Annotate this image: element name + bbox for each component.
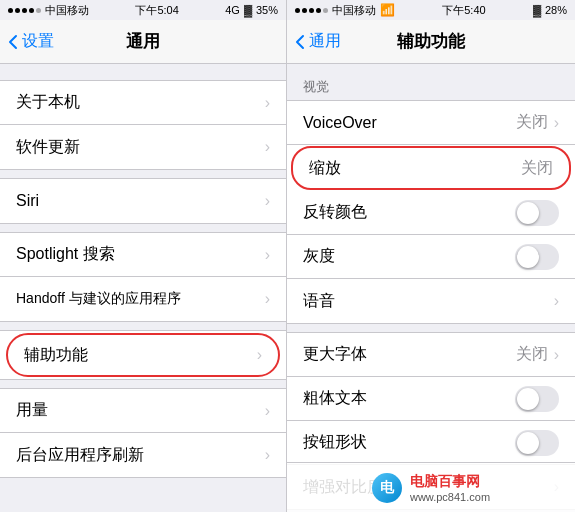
back-chevron-icon: [8, 34, 18, 50]
left-nav-bar: 设置 通用: [0, 20, 286, 64]
left-back-label: 设置: [22, 31, 54, 52]
software-chevron-icon: ›: [265, 138, 270, 156]
speech-right: ›: [554, 292, 559, 310]
logo-sub: www.pc841.com: [410, 491, 490, 503]
visual-header: 视觉: [287, 72, 575, 100]
right-group-visual: VoiceOver 关闭 › 缩放 关闭 反转颜色: [287, 100, 575, 324]
left-panel: 中国移动 下午5:04 4G ▓ 35% 设置 通用 www.pc841.com: [0, 0, 287, 512]
left-group-5: 用量 › 后台应用程序刷新 ›: [0, 388, 286, 478]
right-battery: 28%: [545, 4, 567, 16]
right-section-visual: 视觉 VoiceOver 关闭 › 缩放 关闭: [287, 72, 575, 324]
right-back-label: 通用: [309, 31, 341, 52]
list-item-siri[interactable]: Siri ›: [0, 179, 286, 223]
software-right: ›: [265, 138, 270, 156]
handoff-right: ›: [265, 290, 270, 308]
usage-chevron-icon: ›: [265, 402, 270, 420]
list-item-invert[interactable]: 反转颜色: [287, 191, 575, 235]
larger-text-label: 更大字体: [303, 344, 367, 365]
grayscale-toggle[interactable]: [515, 244, 559, 270]
list-item-zoom[interactable]: 缩放 关闭: [291, 146, 571, 190]
larger-text-chevron-icon: ›: [554, 346, 559, 364]
left-section-5: 用量 › 后台应用程序刷新 ›: [0, 388, 286, 478]
list-item-bold[interactable]: 粗体文本: [287, 377, 575, 421]
bold-toggle[interactable]: [515, 386, 559, 412]
left-back-button[interactable]: 设置: [8, 31, 54, 52]
right-status-right: ▓ 28%: [533, 4, 567, 16]
siri-label: Siri: [16, 192, 39, 210]
left-status-right: 4G ▓ 35%: [225, 4, 278, 16]
right-status-bar: 中国移动 📶 下午5:40 ▓ 28%: [287, 0, 575, 20]
list-item-about[interactable]: 关于本机 ›: [0, 81, 286, 125]
spotlight-label: Spotlight 搜索: [16, 244, 115, 265]
button-shapes-toggle[interactable]: [515, 430, 559, 456]
list-item-handoff[interactable]: Handoff 与建议的应用程序 ›: [0, 277, 286, 321]
usage-label: 用量: [16, 400, 48, 421]
right-back-chevron-icon: [295, 34, 305, 50]
list-item-spotlight[interactable]: Spotlight 搜索 ›: [0, 233, 286, 277]
left-group-4: 辅助功能 ›: [0, 330, 286, 380]
right-carrier: 中国移动: [332, 3, 376, 18]
right-time: 下午5:40: [442, 3, 485, 18]
list-item-background[interactable]: 后台应用程序刷新 ›: [0, 433, 286, 477]
left-group-2: Siri ›: [0, 178, 286, 224]
left-battery: 35%: [256, 4, 278, 16]
list-item-larger-text[interactable]: 更大字体 关闭 ›: [287, 333, 575, 377]
about-right: ›: [265, 94, 270, 112]
invert-toggle-thumb: [517, 202, 539, 224]
list-item-button-shapes[interactable]: 按钮形状: [287, 421, 575, 465]
left-battery-icon: ▓: [244, 4, 252, 16]
speech-label: 语音: [303, 291, 335, 312]
left-status-left: 中国移动: [8, 3, 89, 18]
voiceover-label: VoiceOver: [303, 114, 377, 132]
about-chevron-icon: ›: [265, 94, 270, 112]
voiceover-chevron-icon: ›: [554, 114, 559, 132]
siri-right: ›: [265, 192, 270, 210]
accessibility-right: ›: [257, 346, 262, 364]
right-signal-icon: [295, 8, 328, 13]
list-item-software[interactable]: 软件更新 ›: [0, 125, 286, 169]
button-shapes-toggle-thumb: [517, 432, 539, 454]
spotlight-right: ›: [265, 246, 270, 264]
invert-toggle[interactable]: [515, 200, 559, 226]
software-label: 软件更新: [16, 137, 80, 158]
list-item-accessibility[interactable]: 辅助功能 ›: [6, 333, 280, 377]
handoff-label: Handoff 与建议的应用程序: [16, 290, 181, 308]
button-shapes-label: 按钮形状: [303, 432, 367, 453]
larger-text-right: 关闭 ›: [516, 344, 559, 365]
left-group-3: Spotlight 搜索 › Handoff 与建议的应用程序 ›: [0, 232, 286, 322]
accessibility-chevron-icon: ›: [257, 346, 262, 364]
right-status-left: 中国移动 📶: [295, 3, 395, 18]
left-network: 4G: [225, 4, 240, 16]
siri-chevron-icon: ›: [265, 192, 270, 210]
right-nav-title: 辅助功能: [397, 30, 465, 53]
signal-icon: [8, 8, 41, 13]
main-container: 中国移动 下午5:04 4G ▓ 35% 设置 通用 www.pc841.com: [0, 0, 575, 512]
speech-chevron-icon: ›: [554, 292, 559, 310]
left-nav-title: 通用: [126, 30, 160, 53]
list-item-voiceover[interactable]: VoiceOver 关闭 ›: [287, 101, 575, 145]
zoom-value: 关闭: [521, 158, 553, 179]
bottom-logo: 电 电脑百事网 www.pc841.com: [287, 462, 575, 512]
bold-toggle-thumb: [517, 388, 539, 410]
right-back-button[interactable]: 通用: [295, 31, 341, 52]
accessibility-label: 辅助功能: [24, 345, 88, 366]
left-section-4: 辅助功能 ›: [0, 330, 286, 380]
about-label: 关于本机: [16, 92, 80, 113]
logo-main: 电脑百事网: [410, 473, 490, 491]
list-item-usage[interactable]: 用量 ›: [0, 389, 286, 433]
logo-icon: 电: [372, 473, 402, 503]
left-section-3: Spotlight 搜索 › Handoff 与建议的应用程序 ›: [0, 232, 286, 322]
zoom-label: 缩放: [309, 158, 341, 179]
larger-text-value: 关闭: [516, 344, 548, 365]
left-section-1: 关于本机 › 软件更新 ›: [0, 80, 286, 170]
left-time: 下午5:04: [135, 3, 178, 18]
usage-right: ›: [265, 402, 270, 420]
background-label: 后台应用程序刷新: [16, 445, 144, 466]
list-item-grayscale[interactable]: 灰度: [287, 235, 575, 279]
left-group-1: 关于本机 › 软件更新 ›: [0, 80, 286, 170]
list-item-speech[interactable]: 语音 ›: [287, 279, 575, 323]
invert-label: 反转颜色: [303, 202, 367, 223]
background-right: ›: [265, 446, 270, 464]
zoom-right: 关闭: [521, 158, 553, 179]
spotlight-chevron-icon: ›: [265, 246, 270, 264]
